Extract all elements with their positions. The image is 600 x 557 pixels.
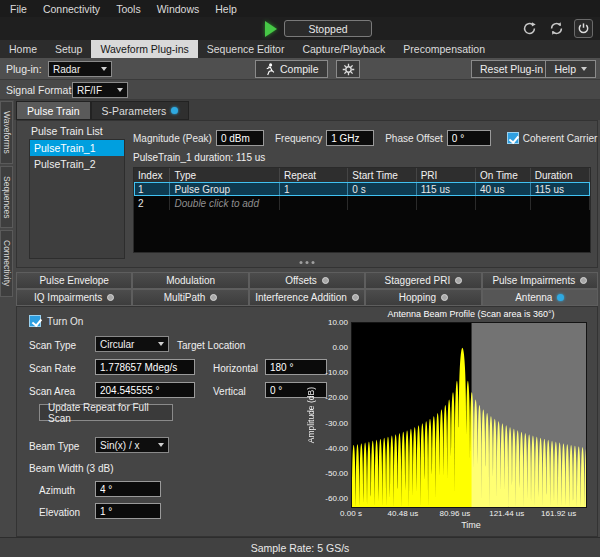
chevron-down-icon xyxy=(117,88,123,92)
cell-repeat[interactable]: 1 xyxy=(280,182,348,196)
list-item-pulsetrain-2[interactable]: PulseTrain_2 xyxy=(30,156,124,172)
tab-offsets[interactable]: Offsets xyxy=(249,272,365,289)
pulse-table: Index Type Repeat Start Time PRI On Time… xyxy=(133,167,591,253)
beam-width-label: Beam Width (3 dB) xyxy=(29,463,113,474)
azimuth-input[interactable] xyxy=(95,481,161,497)
menu-help[interactable]: Help xyxy=(207,3,245,15)
cell-add-placeholder[interactable]: Double click to add xyxy=(170,196,279,210)
scan-rate-input[interactable] xyxy=(95,359,195,375)
menu-tools[interactable]: Tools xyxy=(108,3,149,15)
refresh-icon[interactable] xyxy=(520,19,539,38)
menu-bar: File Connectivity Tools Windows Help xyxy=(0,0,600,17)
turn-on-group: Turn On xyxy=(29,315,83,327)
tab-sequence-editor[interactable]: Sequence Editor xyxy=(198,40,294,58)
tab-antenna[interactable]: Antenna xyxy=(482,289,598,306)
y-tick-label: -40.00 xyxy=(325,444,348,453)
status-dot-icon xyxy=(210,294,217,301)
power-icon[interactable] xyxy=(574,19,593,38)
cell-type[interactable]: Pulse Group xyxy=(170,182,279,196)
plugin-select[interactable]: Radar xyxy=(48,61,112,77)
beam-type-label: Beam Type xyxy=(29,441,79,452)
column-header-index: Index xyxy=(134,168,170,182)
column-header-pri: PRI xyxy=(417,168,476,182)
tab-label: Interference Addition xyxy=(255,292,347,303)
frequency-input[interactable] xyxy=(326,130,374,146)
column-header-on-time: On Time xyxy=(476,168,531,182)
cell-empty[interactable] xyxy=(417,196,476,210)
coherent-carrier-checkbox[interactable] xyxy=(507,132,519,144)
y-tick-label: -60.00 xyxy=(325,494,348,503)
tab-s-parameters[interactable]: S-Parameters xyxy=(91,101,190,120)
tab-pulse-train[interactable]: Pulse Train xyxy=(16,101,91,120)
status-dot-icon xyxy=(580,277,587,284)
pulse-train-list-title: Pulse Train List xyxy=(31,125,103,137)
scan-type-select[interactable]: Circular xyxy=(95,336,169,352)
sidebar-item-sequences[interactable]: Sequences xyxy=(0,166,13,229)
body-area: Waveforms Sequences Connectivity Pulse T… xyxy=(0,100,600,537)
plugin-bar: Plug-in: Radar Compile Reset Plug-in Hel… xyxy=(0,58,600,80)
plugin-settings-button[interactable] xyxy=(336,60,360,78)
turn-on-checkbox[interactable] xyxy=(29,315,41,327)
cell-empty[interactable] xyxy=(348,196,416,210)
compile-button[interactable]: Compile xyxy=(255,60,328,78)
sync-icon[interactable] xyxy=(547,19,566,38)
beam-profile-plot xyxy=(351,322,587,508)
reset-plugin-button[interactable]: Reset Plug-in xyxy=(471,60,552,78)
status-dot-icon xyxy=(352,294,359,301)
cell-duration[interactable]: 115 us xyxy=(531,182,590,196)
sidebar-item-connectivity[interactable]: Connectivity xyxy=(0,230,13,296)
beam-type-select[interactable]: Sin(x) / x xyxy=(95,437,169,453)
tab-waveform-plugins[interactable]: Waveform Plug-ins xyxy=(91,40,197,58)
menu-connectivity[interactable]: Connectivity xyxy=(35,3,108,15)
play-icon[interactable] xyxy=(265,21,277,37)
column-header-repeat: Repeat xyxy=(280,168,348,182)
magnitude-label: Magnitude (Peak) xyxy=(133,133,212,144)
cell-empty[interactable] xyxy=(476,196,531,210)
tab-setup[interactable]: Setup xyxy=(46,40,91,58)
cell-on-time[interactable]: 40 us xyxy=(476,182,531,196)
toolbar: Stopped xyxy=(0,17,600,40)
cell-empty[interactable] xyxy=(280,196,348,210)
tab-multipath[interactable]: MultiPath xyxy=(132,289,248,306)
tab-capture-playback[interactable]: Capture/Playback xyxy=(293,40,394,58)
tab-modulation[interactable]: Modulation xyxy=(132,272,248,289)
cell-start-time[interactable]: 0 s xyxy=(348,182,416,196)
cell-index[interactable]: 1 xyxy=(134,182,170,196)
update-repeat-button[interactable]: Update Repeat for Full Scan xyxy=(39,404,173,421)
menu-windows[interactable]: Windows xyxy=(149,3,208,15)
tab-staggered-pri[interactable]: Staggered PRI xyxy=(365,272,481,289)
status-dot-icon xyxy=(441,294,448,301)
phase-offset-input[interactable] xyxy=(447,130,491,146)
tab-pulse-impairments[interactable]: Pulse Impairments xyxy=(482,272,598,289)
tab-home[interactable]: Home xyxy=(0,40,46,58)
vertical-label: Vertical xyxy=(213,386,246,397)
cell-index[interactable]: 2 xyxy=(134,196,170,210)
pulse-table-header-row: Index Type Repeat Start Time PRI On Time… xyxy=(134,168,590,182)
tab-hopping[interactable]: Hopping xyxy=(365,289,481,306)
cell-empty[interactable] xyxy=(531,196,590,210)
scan-area-input[interactable] xyxy=(95,382,195,398)
help-button[interactable]: Help xyxy=(545,60,596,78)
tab-label: Offsets xyxy=(285,275,317,286)
pulse-train-duration-text: PulseTrain_1 duration: 115 us xyxy=(133,152,265,163)
sidebar-item-waveforms[interactable]: Waveforms xyxy=(0,101,13,164)
tab-s-parameters-label: S-Parameters xyxy=(102,105,167,117)
run-state-button[interactable]: Stopped xyxy=(284,20,372,37)
tab-label: Modulation xyxy=(166,275,215,286)
tab-interference-addition[interactable]: Interference Addition xyxy=(249,289,365,306)
cell-pri[interactable]: 115 us xyxy=(417,182,476,196)
menu-file[interactable]: File xyxy=(2,3,35,15)
tab-label: Hopping xyxy=(399,292,436,303)
signal-format-select[interactable]: RF/IF xyxy=(72,82,128,98)
tab-pulse-envelope[interactable]: Pulse Envelope xyxy=(16,272,132,289)
table-row[interactable]: 1 Pulse Group 1 0 s 115 us 40 us 115 us xyxy=(134,182,590,196)
list-item-pulsetrain-1[interactable]: PulseTrain_1 xyxy=(30,140,124,156)
column-header-duration: Duration xyxy=(531,168,590,182)
splitter-handle[interactable] xyxy=(300,261,315,264)
tab-label: Pulse Envelope xyxy=(39,275,109,286)
table-row[interactable]: 2 Double click to add xyxy=(134,196,590,210)
tab-iq-impairments[interactable]: IQ Impairments xyxy=(16,289,132,306)
elevation-input[interactable] xyxy=(95,503,161,519)
magnitude-input[interactable] xyxy=(216,130,264,146)
tab-precompensation[interactable]: Precompensation xyxy=(394,40,494,58)
